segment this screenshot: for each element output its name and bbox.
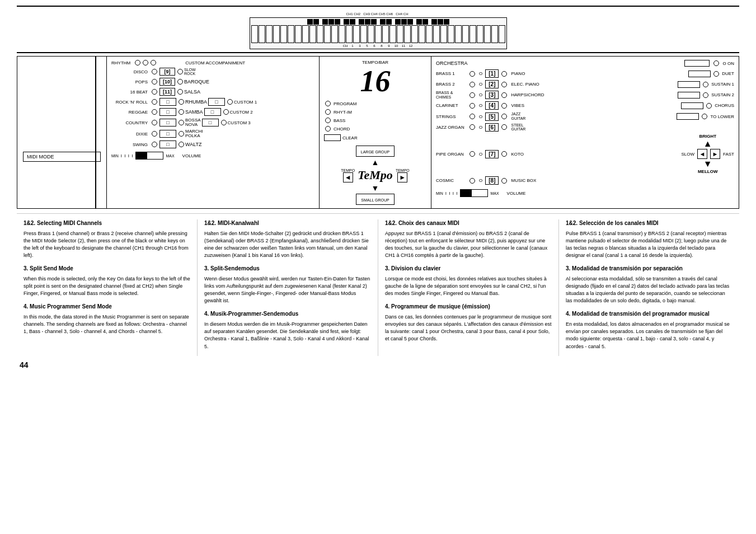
text-column-fr: 1&2. Choix des canaux MIDI Appuyez sur B… xyxy=(378,219,559,356)
slow-btn[interactable]: ◄ xyxy=(697,149,707,159)
swing-circle[interactable] xyxy=(152,142,157,147)
swing-circle2[interactable] xyxy=(179,142,184,147)
country-circle[interactable] xyxy=(152,120,157,125)
es-heading-2: 3. Modalidad de transmisión por separaci… xyxy=(566,265,732,273)
pipeorgan-circle[interactable] xyxy=(469,151,475,157)
brass3-box[interactable]: [3] xyxy=(485,91,499,99)
bass-circle[interactable] xyxy=(325,118,331,123)
dixie-rect[interactable]: □ xyxy=(159,130,176,138)
fast-btn[interactable]: ► xyxy=(710,149,720,159)
rnr-circle2[interactable] xyxy=(179,99,184,105)
cosmic-box[interactable]: [8] xyxy=(485,176,499,185)
cosmic-circle2[interactable] xyxy=(501,178,507,184)
16beat-circle2[interactable] xyxy=(177,89,183,95)
bossa-rect[interactable]: □ xyxy=(202,119,219,127)
rhythm-circle-btn[interactable] xyxy=(325,109,331,115)
rhythm-circle-2[interactable] xyxy=(143,60,148,65)
pops-num[interactable]: [10] xyxy=(159,78,175,86)
rnr-rect[interactable]: □ xyxy=(159,98,176,106)
rhythm-circle-1[interactable] xyxy=(135,60,140,65)
brass2-circle2[interactable] xyxy=(501,82,507,87)
pipeorgan-box[interactable]: [7] xyxy=(485,150,499,158)
chorus-circle[interactable] xyxy=(706,103,712,109)
tolower-rect[interactable] xyxy=(677,113,699,120)
swing-rect[interactable]: □ xyxy=(159,140,176,148)
16beat-circle[interactable] xyxy=(152,89,157,95)
orch-row-clarinet: CLARINET O [4] VIBES CHORUS xyxy=(436,101,734,110)
clarinet-circle2[interactable] xyxy=(501,103,507,109)
large-group-down-arrow[interactable]: ▼ xyxy=(372,184,379,192)
disco-num[interactable]: [9] xyxy=(159,68,175,76)
brass2-box[interactable]: [2] xyxy=(485,80,499,88)
16beat-num[interactable]: [11] xyxy=(159,88,175,96)
tempo-left-btn[interactable]: ◄ xyxy=(343,172,353,182)
strings-box[interactable]: [5] xyxy=(485,113,499,121)
orch-on-rect[interactable] xyxy=(684,60,710,67)
small-group-label: SMALL GROUP xyxy=(361,198,389,202)
disco-circle[interactable] xyxy=(152,69,157,74)
bright-down-arrow[interactable]: ▼ xyxy=(703,159,712,169)
custom2-circle[interactable] xyxy=(223,109,229,115)
custom1-circle[interactable] xyxy=(227,99,233,105)
tempo-right-btn[interactable]: ► xyxy=(397,172,407,182)
strings-circle[interactable] xyxy=(469,114,475,119)
orch-volume-slider[interactable] xyxy=(460,189,488,197)
tempo-arrow-row: TEMPO ◄ TeMpo TEMPO ► xyxy=(341,168,410,182)
orchestra-panel: ORCHESTRA O ON BRASS 1 O [1] PIANO D xyxy=(431,57,739,208)
dixie-circle[interactable] xyxy=(152,131,157,137)
reggae-label: REGGAE xyxy=(111,110,151,115)
program-circle[interactable] xyxy=(325,101,331,106)
reggae-circle2[interactable] xyxy=(179,109,184,115)
bright-up-arrow[interactable]: ▲ xyxy=(703,139,712,149)
orch-row-brass2: BRASS 2 O [2] ELEC. PIANO SUSTAIN 1 xyxy=(436,80,734,88)
jazzorgan-circle[interactable] xyxy=(469,124,475,130)
bass-row: BASS xyxy=(324,118,426,123)
clarinet-circle[interactable] xyxy=(469,103,475,109)
duet-rect[interactable] xyxy=(688,71,711,77)
orch-on-circle[interactable] xyxy=(713,60,719,66)
reggae-circle[interactable] xyxy=(152,109,157,115)
rhumba-rect[interactable]: □ xyxy=(208,98,225,106)
clarinet-box[interactable]: [4] xyxy=(485,101,499,110)
reggae-rect[interactable]: □ xyxy=(159,108,176,116)
brass1-circle[interactable] xyxy=(469,71,475,77)
pops-circle[interactable] xyxy=(152,79,157,85)
jazzorgan-box[interactable]: [6] xyxy=(485,123,499,132)
jazzorgan-circle2[interactable] xyxy=(501,124,507,130)
sustain2-rect[interactable] xyxy=(678,92,700,99)
large-group-up-arrow[interactable]: ▲ xyxy=(372,158,379,166)
orch-row-jazzorgan: JAZZ ORGAN O [6] STEELGUITAR xyxy=(436,123,734,132)
samba-rect[interactable]: □ xyxy=(204,108,221,116)
country-circle2[interactable] xyxy=(179,120,184,125)
duet-circle[interactable] xyxy=(713,71,719,77)
custom3-circle[interactable] xyxy=(221,120,227,125)
brass3-circle[interactable] xyxy=(469,92,475,98)
clear-box[interactable] xyxy=(324,134,341,141)
disco-circle2[interactable] xyxy=(177,69,183,74)
brass1-box[interactable]: [1] xyxy=(485,69,499,78)
de-body-3: In diesem Modus werden die im Musik-Prog… xyxy=(204,321,371,350)
pops-circle2[interactable] xyxy=(177,79,183,85)
country-rect[interactable]: □ xyxy=(159,119,176,127)
strings-circle2[interactable] xyxy=(501,114,507,119)
pipeorgan-circle2[interactable] xyxy=(501,151,507,157)
sustain1-circle[interactable] xyxy=(703,82,708,87)
sustain2-circle[interactable] xyxy=(703,92,708,98)
dixie-circle2[interactable] xyxy=(179,131,184,137)
tolower-circle[interactable] xyxy=(702,114,707,119)
chorus-rect[interactable] xyxy=(681,102,703,109)
brass2-circle[interactable] xyxy=(469,82,475,87)
elecpiano-label: ELEC. PIANO xyxy=(511,82,539,87)
rhythm-row-reggae: REGGAE □ SAMBA □ CUSTOM 2 xyxy=(111,108,314,116)
brass1-circle2[interactable] xyxy=(501,71,507,77)
rhythm-circle-3[interactable] xyxy=(151,60,156,65)
brass1-label: BRASS 1 xyxy=(436,71,467,76)
sustain1-rect[interactable] xyxy=(678,81,700,88)
brass3-circle2[interactable] xyxy=(501,92,507,98)
rnr-circle[interactable] xyxy=(152,99,157,105)
chord-circle[interactable] xyxy=(325,126,331,132)
clarinet-num: O xyxy=(479,103,482,108)
rhythm-volume-slider[interactable] xyxy=(135,152,163,160)
cosmic-circle[interactable] xyxy=(469,178,475,184)
text-section: 1&2. Selecting MIDI Channels Press Brass… xyxy=(17,213,739,356)
